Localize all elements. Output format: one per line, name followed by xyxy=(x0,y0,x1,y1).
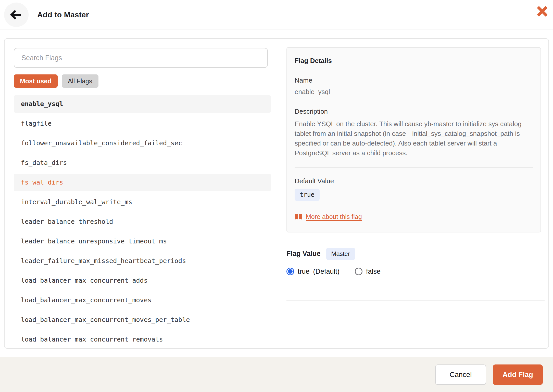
description-label: Description xyxy=(295,108,533,115)
default-value-badge: true xyxy=(295,189,320,201)
radio-true-label: true xyxy=(298,268,310,276)
back-button[interactable] xyxy=(4,3,29,27)
flag-row-fs-data-dirs[interactable]: fs_data_dirs xyxy=(14,154,271,172)
name-value: enable_ysql xyxy=(295,88,533,96)
master-badge: Master xyxy=(326,248,355,260)
more-about-flag-label: More about this flag xyxy=(306,213,362,220)
flag-row-lb-moves-per-table[interactable]: load_balancer_max_concurrent_moves_per_t… xyxy=(14,311,271,329)
more-about-flag-link[interactable]: More about this flag xyxy=(295,213,362,220)
tab-most-used[interactable]: Most used xyxy=(14,74,58,88)
radio-false[interactable]: false xyxy=(355,268,381,276)
flag-row-lb-concurrent-moves[interactable]: load_balancer_max_concurrent_moves xyxy=(14,292,271,309)
flag-value-label: Flag Value xyxy=(286,250,321,258)
flag-details-box: Flag Details Name enable_ysql Descriptio… xyxy=(286,47,541,232)
close-icon xyxy=(537,6,548,17)
right-panel-divider xyxy=(286,300,545,300)
details-divider xyxy=(295,167,533,168)
flag-row-interval-durable-wal[interactable]: interval_durable_wal_write_ms xyxy=(14,193,271,211)
modal-header: Add to Master xyxy=(0,0,553,30)
flag-row-lb-concurrent-removals[interactable]: load_balancer_max_concurrent_removals xyxy=(14,331,271,348)
flag-row-flagfile[interactable]: flagfile xyxy=(14,115,271,132)
modal-footer: Cancel Add Flag xyxy=(0,357,553,392)
close-button[interactable] xyxy=(535,4,549,18)
flag-row-enable-ysql[interactable]: enable_ysql xyxy=(14,95,271,113)
arrow-left-icon xyxy=(9,9,23,21)
description-value: Enable YSQL on the cluster. This will ca… xyxy=(295,119,534,158)
flag-row-leader-failure-heartbeat[interactable]: leader_failure_max_missed_heartbeat_peri… xyxy=(14,252,271,270)
radio-true-suffix: (Default) xyxy=(313,268,340,276)
search-input[interactable] xyxy=(14,48,268,68)
flags-panel: Most used All Flags enable_ysql flagfile… xyxy=(5,39,277,348)
flag-value-row: Flag Value Master xyxy=(286,248,545,260)
add-flag-button[interactable]: Add Flag xyxy=(493,364,543,385)
flag-tabs: Most used All Flags xyxy=(14,74,272,88)
cancel-button[interactable]: Cancel xyxy=(435,364,486,385)
details-title: Flag Details xyxy=(295,57,533,65)
flag-row-fs-wal-dirs[interactable]: fs_wal_dirs xyxy=(14,174,271,191)
tab-all-flags[interactable]: All Flags xyxy=(62,74,98,88)
radio-true-default[interactable]: true (Default) xyxy=(286,268,340,276)
radio-false-label: false xyxy=(366,268,381,276)
flag-row-follower-unavailable[interactable]: follower_unavailable_considered_failed_s… xyxy=(14,135,271,152)
flag-row-leader-balance-threshold[interactable]: leader_balance_threshold xyxy=(14,213,271,230)
details-panel: Flag Details Name enable_ysql Descriptio… xyxy=(277,39,549,348)
flag-row-leader-balance-unresponsive[interactable]: leader_balance_unresponsive_timeout_ms xyxy=(14,233,271,250)
content-card: Most used All Flags enable_ysql flagfile… xyxy=(4,38,549,349)
book-icon xyxy=(295,214,302,220)
flag-value-options: true (Default) false xyxy=(286,268,545,276)
flag-list: enable_ysql flagfile follower_unavailabl… xyxy=(14,95,271,348)
name-label: Name xyxy=(295,76,533,84)
radio-selected-icon xyxy=(286,268,294,275)
radio-unselected-icon xyxy=(355,268,362,275)
flag-row-lb-concurrent-adds[interactable]: load_balancer_max_concurrent_adds xyxy=(14,272,271,289)
page-title: Add to Master xyxy=(37,10,89,19)
default-value-label: Default Value xyxy=(295,177,533,185)
